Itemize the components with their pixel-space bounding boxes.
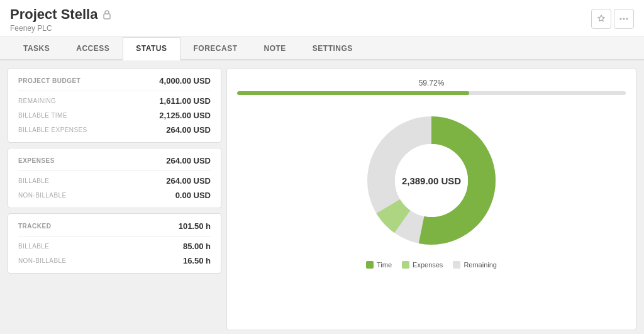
- chart-legend: Time Expenses Remaining: [366, 261, 497, 269]
- legend-time: Time: [366, 261, 392, 269]
- donut-center-value: 2,389.00 USD: [402, 175, 461, 186]
- tab-note[interactable]: NOTE: [251, 37, 299, 59]
- title-text: Project Stella: [10, 6, 97, 23]
- progress-bar: [237, 91, 626, 95]
- tab-tasks[interactable]: TASKS: [10, 37, 63, 59]
- header: Project Stella Feeney PLC: [0, 0, 644, 37]
- exp-billable-label: BILLABLE: [18, 177, 49, 184]
- svg-point-3: [626, 18, 628, 20]
- star-button[interactable]: [591, 9, 611, 29]
- tabs-bar: TASKS ACCESS STATUS FORECAST NOTE SETTIN…: [0, 37, 644, 60]
- legend-expenses: Expenses: [402, 261, 443, 269]
- right-panel: 59.72%: [226, 68, 636, 330]
- donut-chart: 2,389.00 USD: [356, 105, 507, 256]
- more-button[interactable]: [614, 9, 634, 29]
- exp-non-billable-value: 0.00 USD: [175, 191, 211, 200]
- billable-time-value: 2,125.00 USD: [159, 111, 211, 120]
- legend-time-dot: [366, 261, 374, 269]
- header-left: Project Stella Feeney PLC: [10, 6, 113, 33]
- tracked-billable-value: 85.00 h: [183, 242, 211, 251]
- svg-point-1: [620, 18, 622, 20]
- main-content: PROJECT BUDGET 4,000.00 USD REMAINING 1,…: [0, 60, 644, 334]
- remaining-value: 1,611.00 USD: [159, 96, 211, 106]
- tab-access[interactable]: ACCESS: [63, 37, 123, 59]
- legend-expenses-label: Expenses: [413, 261, 443, 269]
- billable-expenses-value: 264.00 USD: [166, 125, 211, 135]
- tracked-card: TRACKED 101.50 h BILLABLE 85.00 h NON-BI…: [8, 213, 221, 274]
- legend-remaining: Remaining: [453, 261, 497, 269]
- expenses-card: EXPENSES 264.00 USD BILLABLE 264.00 USD …: [8, 148, 221, 208]
- tab-settings[interactable]: SETTINGS: [299, 37, 366, 59]
- left-panel: PROJECT BUDGET 4,000.00 USD REMAINING 1,…: [8, 68, 221, 330]
- remaining-label: REMAINING: [18, 97, 56, 104]
- project-budget-value: 4,000.00 USD: [159, 76, 211, 86]
- exp-non-billable-label: NON-BILLABLE: [18, 192, 67, 199]
- company-name: Feeney PLC: [10, 24, 113, 33]
- progress-label: 59.72%: [237, 79, 626, 87]
- legend-remaining-dot: [453, 261, 460, 269]
- project-budget-label: PROJECT BUDGET: [18, 77, 80, 84]
- progress-bar-fill: [237, 91, 469, 95]
- billable-expenses-label: BILLABLE EXPENSES: [18, 126, 87, 133]
- billable-time-label: BILLABLE TIME: [18, 112, 67, 119]
- exp-billable-value: 264.00 USD: [166, 176, 211, 186]
- tracked-label: TRACKED: [18, 223, 51, 230]
- project-title: Project Stella: [10, 6, 113, 23]
- svg-rect-0: [104, 14, 110, 19]
- lock-icon: [101, 9, 113, 20]
- tab-status[interactable]: STATUS: [123, 37, 180, 60]
- svg-point-2: [623, 18, 625, 20]
- tab-forecast[interactable]: FORECAST: [180, 37, 251, 59]
- legend-expenses-dot: [402, 261, 409, 269]
- budget-card: PROJECT BUDGET 4,000.00 USD REMAINING 1,…: [8, 68, 221, 143]
- legend-time-label: Time: [377, 261, 392, 269]
- expenses-label: EXPENSES: [18, 157, 55, 164]
- tracked-non-billable-value: 16.50 h: [183, 256, 211, 265]
- header-actions: [591, 9, 634, 29]
- tracked-billable-label: BILLABLE: [18, 243, 49, 250]
- tracked-non-billable-label: NON-BILLABLE: [18, 257, 67, 264]
- tracked-value: 101.50 h: [179, 221, 211, 231]
- expenses-value: 264.00 USD: [166, 156, 211, 165]
- legend-remaining-label: Remaining: [464, 261, 497, 269]
